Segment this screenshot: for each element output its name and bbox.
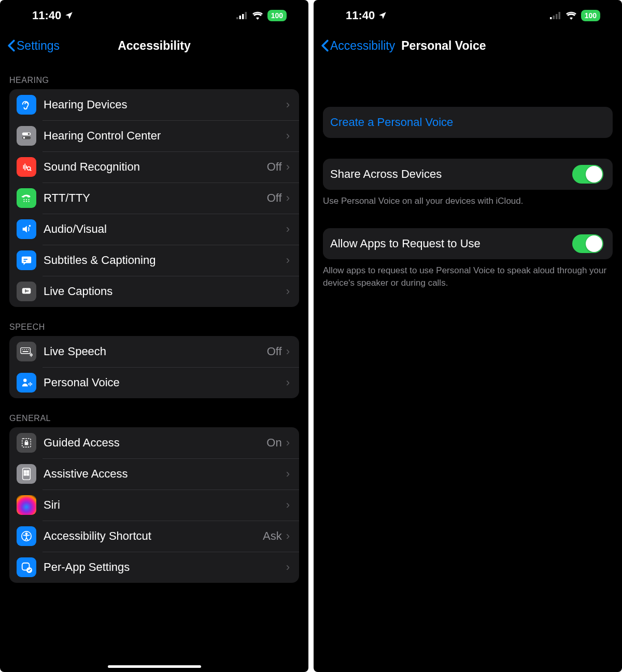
- svg-point-7: [23, 137, 25, 139]
- nav-bar: Accessibility Personal Voice: [314, 31, 622, 60]
- status-time: 11:40: [346, 9, 375, 22]
- row-sound-recognition[interactable]: Sound Recognition Off ›: [9, 151, 299, 183]
- cellular-icon: [550, 12, 561, 19]
- row-siri[interactable]: Siri ›: [9, 489, 299, 521]
- chevron-right-icon: ›: [286, 191, 290, 205]
- section-header-speech: SPEECH: [0, 307, 308, 336]
- row-label: Per-App Settings: [44, 561, 286, 574]
- tty-phone-icon: [17, 188, 36, 208]
- chevron-right-icon: ›: [286, 129, 290, 143]
- row-label: Share Across Devices: [330, 167, 572, 181]
- svg-point-37: [23, 379, 26, 382]
- svg-line-13: [30, 170, 31, 171]
- row-accessibility-shortcut[interactable]: Accessibility Shortcut Ask ›: [9, 521, 299, 552]
- row-guided-access[interactable]: Guided Access On ›: [9, 427, 299, 458]
- row-rtt-tty[interactable]: RTT/TTY Off ›: [9, 183, 299, 214]
- home-indicator[interactable]: [108, 665, 201, 668]
- section-header-general: GENERAL: [0, 398, 308, 427]
- row-audio-visual[interactable]: Audio/Visual ›: [9, 214, 299, 245]
- toggle-allow[interactable]: [572, 234, 603, 253]
- svg-rect-2: [242, 14, 244, 19]
- group-general: Guided Access On › Assistive Access › Si…: [9, 427, 299, 583]
- waveform-bubble-icon: [17, 282, 36, 301]
- chevron-right-icon: ›: [286, 285, 290, 298]
- cellular-icon: [236, 12, 248, 19]
- phone-accessibility: 11:40 100 Settings Accessibility HEARING: [0, 0, 308, 672]
- row-subtitles-captioning[interactable]: Subtitles & Captioning ›: [9, 245, 299, 276]
- row-personal-voice[interactable]: Personal Voice ›: [9, 367, 299, 398]
- row-value: Off: [267, 191, 282, 205]
- svg-rect-28: [21, 348, 30, 354]
- row-label: Allow Apps to Request to Use: [330, 237, 572, 250]
- group-speech: Live Speech Off › Personal Voice ›: [9, 336, 299, 398]
- row-live-speech[interactable]: Live Speech Off ›: [9, 336, 299, 367]
- row-value: Off: [267, 160, 282, 174]
- status-bar: 11:40 100: [0, 0, 308, 31]
- svg-point-49: [25, 533, 27, 535]
- row-share-across-devices[interactable]: Share Across Devices: [323, 159, 613, 190]
- svg-rect-22: [24, 261, 26, 262]
- row-value: On: [266, 436, 281, 450]
- chevron-right-icon: ›: [286, 160, 290, 174]
- group-hearing: Hearing Devices › Hearing Control Center…: [9, 89, 299, 307]
- chevron-right-icon: ›: [286, 345, 290, 358]
- chevron-right-icon: ›: [286, 254, 290, 267]
- chevron-right-icon: ›: [286, 222, 290, 236]
- row-label: Guided Access: [44, 436, 266, 450]
- toggle-share[interactable]: [572, 165, 603, 184]
- svg-point-15: [26, 199, 27, 200]
- group-share: Share Across Devices: [323, 159, 613, 190]
- footer-allow: Allow apps to request to use Personal Vo…: [314, 259, 622, 289]
- row-label: Live Speech: [44, 345, 267, 358]
- svg-point-20: [29, 225, 31, 227]
- svg-rect-46: [24, 473, 26, 475]
- battery-indicator: 100: [267, 10, 287, 21]
- location-icon: [64, 11, 74, 20]
- battery-indicator: 100: [581, 10, 600, 21]
- group-create: Create a Personal Voice: [323, 107, 613, 138]
- row-per-app-settings[interactable]: Per-App Settings ›: [9, 552, 299, 583]
- svg-rect-54: [556, 14, 558, 19]
- svg-point-31: [26, 349, 27, 350]
- svg-point-29: [22, 349, 23, 350]
- svg-rect-21: [24, 259, 27, 260]
- svg-rect-0: [236, 17, 238, 19]
- wifi-icon: [252, 11, 263, 20]
- back-label: Settings: [17, 39, 60, 53]
- phone-personal-voice: 11:40 100 Accessibility Personal Voice C…: [314, 0, 622, 672]
- toggle-switches-icon: [17, 126, 36, 146]
- row-allow-apps[interactable]: Allow Apps to Request to Use: [323, 228, 613, 259]
- app-check-icon: [17, 557, 36, 577]
- svg-point-30: [24, 349, 25, 350]
- row-label: Personal Voice: [44, 376, 286, 389]
- back-button[interactable]: Settings: [7, 39, 60, 53]
- svg-rect-55: [558, 12, 560, 19]
- lock-frame-icon: [17, 433, 36, 453]
- row-label: Subtitles & Captioning: [44, 254, 286, 267]
- row-create-personal-voice[interactable]: Create a Personal Voice: [323, 107, 613, 138]
- chevron-right-icon: ›: [286, 561, 290, 574]
- svg-rect-3: [245, 12, 247, 19]
- back-button[interactable]: Accessibility: [321, 39, 395, 53]
- back-label: Accessibility: [330, 39, 395, 53]
- row-label: Assistive Access: [44, 467, 286, 481]
- svg-rect-42: [25, 442, 28, 445]
- row-live-captions[interactable]: Live Captions ›: [9, 276, 299, 307]
- siri-icon: [17, 495, 36, 515]
- chevron-right-icon: ›: [286, 98, 290, 111]
- svg-point-14: [23, 199, 24, 200]
- chevron-right-icon: ›: [286, 529, 290, 543]
- location-icon: [378, 11, 387, 20]
- row-label: Hearing Control Center: [44, 129, 286, 143]
- nav-bar: Settings Accessibility: [0, 31, 308, 60]
- svg-point-17: [23, 201, 24, 202]
- row-hearing-control-center[interactable]: Hearing Control Center ›: [9, 120, 299, 151]
- svg-point-16: [28, 199, 29, 200]
- person-wave-icon: [17, 373, 36, 393]
- svg-rect-47: [27, 473, 29, 475]
- caption-bubble-icon: [17, 250, 36, 270]
- row-assistive-access[interactable]: Assistive Access ›: [9, 458, 299, 489]
- svg-rect-1: [239, 16, 241, 19]
- keyboard-wave-icon: [17, 342, 36, 361]
- row-hearing-devices[interactable]: Hearing Devices ›: [9, 89, 299, 120]
